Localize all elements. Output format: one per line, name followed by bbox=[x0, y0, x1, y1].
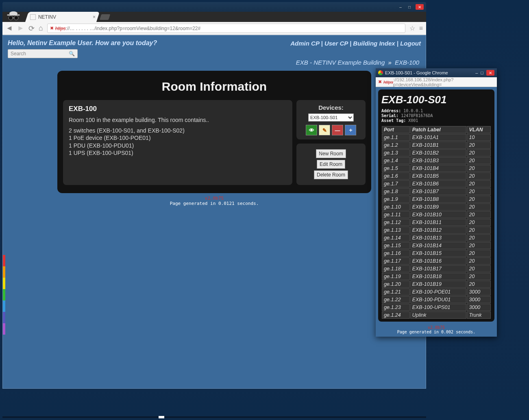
table-row[interactable]: ge.1.2EXB-101B120 bbox=[382, 141, 491, 149]
devices-header: Devices: bbox=[300, 104, 362, 111]
table-row[interactable]: ge.1.21EXB-100-POE013000 bbox=[382, 288, 491, 296]
device-popup-window: EXB-100-S01 - Google Chrome – □ ✕ ✖ http… bbox=[376, 68, 497, 337]
table-row[interactable]: ge.1.7EXB-101B620 bbox=[382, 180, 491, 187]
edit-room-button[interactable]: Edit Room bbox=[317, 160, 345, 169]
link-admin-cp[interactable]: Admin CP bbox=[290, 40, 319, 47]
home-button[interactable]: ⌂ bbox=[39, 24, 43, 33]
tab-strip: NETINV × bbox=[2, 12, 426, 22]
room-info-box: EXB-100 Room 100 in the example building… bbox=[63, 100, 292, 185]
tab-netinv[interactable]: NETINV × bbox=[25, 12, 100, 22]
taskbar-item[interactable] bbox=[159, 416, 164, 418]
popup-close-icon[interactable]: ✕ bbox=[486, 70, 494, 76]
top-links: Admin CP | User CP | Building Index | Lo… bbox=[290, 40, 421, 47]
tab-page-icon bbox=[30, 14, 36, 20]
table-row[interactable]: ge.1.9EXB-101B820 bbox=[382, 196, 491, 203]
room-contents: 2 switches (EXB-100-S01, and EXB-100-S02… bbox=[69, 127, 287, 157]
crumb-room: EXB-100 bbox=[395, 59, 419, 66]
tab-title: NETINV bbox=[38, 14, 56, 20]
table-row[interactable]: ge.1.15EXB-101B1420 bbox=[382, 242, 491, 249]
remove-icon[interactable]: — bbox=[332, 125, 343, 135]
link-logout[interactable]: Logout bbox=[400, 40, 421, 47]
table-row[interactable]: ge.1.1EXB-101A110 bbox=[382, 134, 491, 141]
url-text: ://… . . . . . …/index.php?p=roomView&bu… bbox=[66, 26, 201, 31]
new-tab-button[interactable] bbox=[100, 14, 111, 20]
popup-insecure-icon: ✖ bbox=[378, 79, 382, 85]
forward-button[interactable]: ► bbox=[17, 24, 24, 33]
footer-version: v2.0b75 bbox=[205, 196, 224, 201]
ports-header: Port bbox=[382, 126, 410, 133]
reload-button[interactable]: ⟳ bbox=[28, 24, 35, 33]
table-row[interactable]: ge.1.24UplinkTrunk bbox=[382, 311, 491, 319]
menu-icon[interactable]: ≡ bbox=[419, 25, 423, 32]
popup-minimize-icon[interactable]: – bbox=[475, 70, 478, 75]
search-placeholder: Search bbox=[11, 51, 26, 57]
popup-https-text: https bbox=[383, 80, 393, 85]
footer-time: Page generated in 0.0121 seconds. bbox=[170, 201, 259, 206]
table-row[interactable]: ge.1.3EXB-101B220 bbox=[382, 149, 491, 157]
table-row[interactable]: ge.1.8EXB-101B720 bbox=[382, 188, 491, 195]
main-browser-window: – □ ✕ NETINV × ◄ ► ⟳ ⌂ ✖ https ://… . . … bbox=[2, 2, 426, 389]
device-meta: Address: 10.0.0.1 Serial: 12478FB1676DA … bbox=[381, 109, 491, 123]
search-icon[interactable]: 🔍 bbox=[69, 51, 75, 57]
table-row[interactable]: ge.1.20EXB-101B1920 bbox=[382, 281, 491, 288]
popup-maximize-icon[interactable]: □ bbox=[481, 70, 483, 75]
page-footer: v2.0b75 Page generated in 0.0121 seconds… bbox=[3, 196, 426, 206]
svg-rect-1 bbox=[7, 15, 20, 16]
link-user-cp[interactable]: User CP bbox=[324, 40, 348, 47]
breadcrumb: EXB - NETINV Example Building » EXB-100 bbox=[3, 58, 426, 69]
room-actions-box: New Room Edit Room Delete Room bbox=[296, 144, 366, 185]
chrome-icon bbox=[378, 70, 383, 75]
table-row[interactable]: ge.1.10EXB-101B920 bbox=[382, 203, 491, 211]
tab-close-icon[interactable]: × bbox=[93, 14, 96, 20]
view-icon[interactable]: 👁 bbox=[306, 125, 317, 135]
insecure-icon: ✖ bbox=[50, 26, 54, 31]
device-panel: EXB-100-S01 Address: 10.0.0.1 Serial: 12… bbox=[378, 89, 494, 322]
url-bar[interactable]: ✖ https ://… . . . . . …/index.php?p=roo… bbox=[47, 24, 405, 33]
greeting-text: Hello, Netinv Example User. How are you … bbox=[8, 39, 157, 47]
link-building-index[interactable]: Building Index bbox=[353, 40, 395, 47]
table-row[interactable]: ge.1.22EXB-100-PDU013000 bbox=[382, 296, 491, 303]
devices-box: Devices: EXB-100-S01 👁 ✎ — ＋ bbox=[296, 100, 366, 139]
add-icon[interactable]: ＋ bbox=[345, 125, 356, 135]
popup-url-text: ://192.168.106.128/index.php?p=deviceVie… bbox=[393, 77, 494, 87]
svg-rect-4 bbox=[12, 17, 14, 18]
taskbar[interactable] bbox=[2, 416, 426, 418]
search-input[interactable]: Search 🔍 bbox=[8, 49, 78, 58]
panel-title: Room Information bbox=[63, 80, 366, 94]
window-titlebar[interactable]: – □ ✕ bbox=[2, 2, 426, 12]
table-row[interactable]: ge.1.17EXB-101B1620 bbox=[382, 257, 491, 265]
table-row[interactable]: ge.1.23EXB-100-UPS013000 bbox=[382, 304, 491, 311]
https-text: https bbox=[55, 26, 66, 31]
table-row[interactable]: ge.1.13EXB-101B1220 bbox=[382, 226, 491, 234]
popup-url-bar[interactable]: ✖ https ://192.168.106.128/index.php?p=d… bbox=[376, 77, 497, 87]
maximize-icon[interactable]: □ bbox=[407, 4, 412, 10]
popup-footer: v2.0b75 Page generated in 0.002 seconds. bbox=[376, 324, 497, 337]
table-row[interactable]: ge.1.5EXB-101B420 bbox=[382, 165, 491, 172]
delete-room-button[interactable]: Delete Room bbox=[314, 170, 348, 179]
popup-page: EXB-100-S01 Address: 10.0.0.1 Serial: 12… bbox=[376, 87, 497, 324]
minimize-icon[interactable]: – bbox=[398, 4, 403, 10]
edit-icon[interactable]: ✎ bbox=[319, 125, 330, 135]
table-row[interactable]: ge.1.14EXB-101B1320 bbox=[382, 234, 491, 242]
popup-titlebar[interactable]: EXB-100-S01 - Google Chrome – □ ✕ bbox=[376, 68, 497, 77]
rainbow-edge bbox=[3, 255, 5, 335]
table-row[interactable]: ge.1.12EXB-101B1120 bbox=[382, 219, 491, 226]
ports-table: PortPatch LabelVLAN ge.1.1EXB-101A110ge.… bbox=[381, 126, 491, 319]
table-row[interactable]: ge.1.6EXB-101B520 bbox=[382, 172, 491, 180]
crumb-building[interactable]: EXB - NETINV Example Building bbox=[296, 59, 385, 66]
bookmark-icon[interactable]: ☆ bbox=[409, 24, 415, 32]
device-select[interactable]: EXB-100-S01 bbox=[308, 113, 354, 122]
table-row[interactable]: ge.1.19EXB-101B1820 bbox=[382, 273, 491, 280]
back-button[interactable]: ◄ bbox=[6, 24, 13, 33]
incognito-icon bbox=[7, 10, 20, 22]
table-row[interactable]: ge.1.18EXB-101B1720 bbox=[382, 265, 491, 272]
ports-header: VLAN bbox=[467, 126, 491, 133]
table-row[interactable]: ge.1.4EXB-101B320 bbox=[382, 157, 491, 164]
room-name: EXB-100 bbox=[69, 105, 287, 113]
svg-point-3 bbox=[14, 16, 18, 20]
room-desc: Room 100 in the example building. This r… bbox=[69, 116, 287, 124]
new-room-button[interactable]: New Room bbox=[316, 149, 346, 158]
table-row[interactable]: ge.1.11EXB-101B1020 bbox=[382, 211, 491, 218]
close-icon[interactable]: ✕ bbox=[416, 4, 424, 10]
table-row[interactable]: ge.1.16EXB-101B1520 bbox=[382, 250, 491, 257]
